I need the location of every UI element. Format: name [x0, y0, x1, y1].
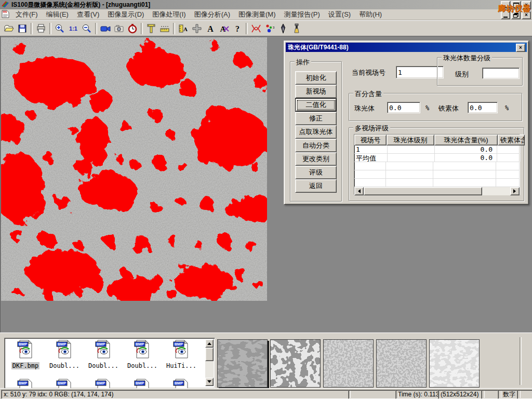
menu-report[interactable]: 测量报告(P)	[280, 10, 324, 19]
file-item[interactable]: BMP Doubl...	[46, 340, 83, 370]
actual-size-icon[interactable]: 1:1	[66, 22, 80, 35]
grade-input[interactable]	[482, 68, 520, 79]
caliper-icon[interactable]	[144, 22, 158, 35]
text-style-icon[interactable]: A	[217, 22, 231, 35]
menu-image-process[interactable]: 图像处理(I)	[148, 10, 190, 19]
scroll-down-icon[interactable]	[205, 378, 214, 386]
table-row[interactable]: 平均值 0.0	[354, 154, 520, 162]
scroll-right-icon[interactable]	[510, 187, 520, 195]
svg-text:BMP: BMP	[19, 342, 28, 347]
table-row[interactable]: 1 0.0	[354, 145, 520, 154]
new-field-button[interactable]: 新视场	[295, 85, 337, 98]
toolbar-separator	[246, 23, 248, 34]
menu-settings[interactable]: 设置(S)	[324, 10, 355, 19]
move-icon[interactable]	[190, 22, 204, 35]
dialog-title-bar[interactable]: 珠光体(GB/T9441-88) ×	[286, 43, 527, 52]
status-empty-3	[517, 390, 532, 399]
svg-text:3: 3	[273, 26, 275, 29]
zoom-in-icon[interactable]	[53, 22, 66, 35]
save-icon[interactable]	[16, 22, 29, 35]
scroll-up-icon[interactable]	[205, 339, 214, 348]
file-item[interactable]: BMP DKF.bmp	[7, 340, 44, 370]
metallographic-image[interactable]	[1, 37, 267, 301]
file-item[interactable]: BMP Doubl...	[124, 340, 161, 370]
curve-tool-icon[interactable]	[249, 22, 263, 35]
document-icon[interactable]: DOC	[2, 10, 9, 20]
file-browser[interactable]: BMP DKF.bmp BMP Doubl...	[4, 338, 215, 389]
zoom-out-icon[interactable]	[80, 22, 94, 35]
svg-text:1:1: 1:1	[69, 25, 77, 32]
return-button[interactable]: 返回	[295, 179, 337, 193]
rating-table[interactable]: 视场号 珠光体级别 珠光体含量(%) 铁素体含量(%) 1 0.0 平均值 0.…	[354, 134, 520, 195]
svg-text:BMP: BMP	[136, 381, 144, 385]
dialog-close-icon[interactable]: ×	[516, 44, 525, 52]
file-name[interactable]: Doubl...	[126, 362, 158, 369]
correct-button[interactable]: 修正	[295, 112, 337, 125]
pearlite-input[interactable]	[387, 102, 420, 113]
bmp-file-icon: BMP	[17, 340, 34, 358]
file-name[interactable]: Doubl...	[48, 362, 81, 369]
thumbnail-4[interactable]	[376, 339, 427, 388]
particle-classify-icon[interactable]: 3	[263, 22, 276, 35]
thumbnail-1[interactable]	[217, 339, 268, 388]
change-class-button[interactable]: 更改类别	[295, 152, 337, 166]
auto-classify-button[interactable]: 自动分类	[295, 139, 337, 152]
toolbar-separator	[31, 23, 33, 34]
camera-icon[interactable]	[112, 22, 126, 35]
file-name[interactable]: DKF.bmp	[11, 362, 40, 369]
svg-text:?: ?	[235, 24, 240, 33]
menu-image-measure[interactable]: 图像测量(M)	[234, 10, 280, 19]
vertical-scrollbar[interactable]	[205, 339, 214, 386]
file-item-partial[interactable]: BMP	[124, 379, 161, 389]
pick-pearlite-button[interactable]: 点取珠光体	[295, 125, 337, 139]
measure-text-icon[interactable]: A	[177, 22, 190, 35]
timer-icon[interactable]	[126, 22, 139, 35]
horizontal-scrollbar[interactable]	[354, 187, 520, 195]
binarize-button[interactable]: 二值化	[295, 98, 337, 112]
file-item-partial[interactable]: BMP	[7, 379, 44, 389]
menu-file[interactable]: 文件(F)	[11, 10, 42, 19]
header-field-no[interactable]: 视场号	[354, 135, 387, 145]
print-icon[interactable]	[34, 22, 48, 35]
menu-image-analysis[interactable]: 图像分析(A)	[190, 10, 234, 19]
header-pearlite-grade[interactable]: 珠光体级别	[387, 135, 434, 145]
menu-help[interactable]: 帮助(H)	[355, 10, 386, 19]
text-icon[interactable]: A	[204, 22, 217, 35]
file-name[interactable]: HuiTi...	[165, 362, 197, 369]
status-time: Time (s): 0.113	[395, 390, 442, 399]
table-row-empty	[354, 170, 520, 179]
ruler-icon[interactable]	[158, 22, 171, 35]
ferrite-input[interactable]	[468, 102, 498, 113]
header-ferrite-content[interactable]: 铁素体含量(%)	[498, 135, 525, 145]
menu-image-display[interactable]: 图像显示(D)	[103, 10, 148, 19]
init-button[interactable]: 初始化	[295, 71, 337, 85]
scrollbar-thumb[interactable]	[205, 348, 214, 361]
menu-edit[interactable]: 编辑(E)	[42, 10, 73, 19]
scrollbar-track[interactable]	[482, 187, 510, 195]
pearlite-dialog: 珠光体(GB/T9441-88) × 操作 初始化 新视场 二值化 修正 点取珠…	[284, 41, 529, 205]
thumbnail-5[interactable]	[429, 339, 480, 388]
help-icon[interactable]: ?	[231, 22, 244, 35]
pen-icon[interactable]	[276, 22, 290, 35]
thumbnail-2[interactable]	[270, 339, 321, 388]
file-item-partial[interactable]: BMP	[85, 379, 122, 389]
menu-bar: DOC 文件(F) 编辑(E) 查看(V) 图像显示(D) 图像处理(I) 图像…	[0, 9, 532, 20]
rate-button[interactable]: 评级	[295, 166, 337, 179]
file-item[interactable]: BMP Doubl...	[85, 340, 122, 370]
scroll-left-icon[interactable]	[354, 187, 364, 195]
status-position: x: 510 y: 79 idx: 0 RGB: (174, 174, 174)	[1, 390, 351, 399]
file-item-partial[interactable]: BMP	[46, 379, 83, 389]
menu-view[interactable]: 查看(V)	[73, 10, 103, 19]
scrollbar-thumb[interactable]	[364, 187, 482, 195]
file-name[interactable]: Doubl...	[87, 362, 119, 369]
file-item-partial[interactable]: BMP	[163, 379, 200, 389]
svg-text:A: A	[220, 25, 226, 33]
header-pearlite-content[interactable]: 珠光体含量(%)	[434, 135, 498, 145]
current-field-label: 当前视场号	[352, 68, 385, 77]
open-folder-icon[interactable]	[2, 22, 16, 35]
file-item[interactable]: BMP HuiTi...	[163, 340, 200, 370]
thumbnail-3[interactable]	[323, 339, 374, 388]
pearlite-label: 珠光体	[354, 104, 375, 113]
brush-icon[interactable]	[290, 22, 303, 35]
video-camera-icon[interactable]	[99, 22, 112, 35]
